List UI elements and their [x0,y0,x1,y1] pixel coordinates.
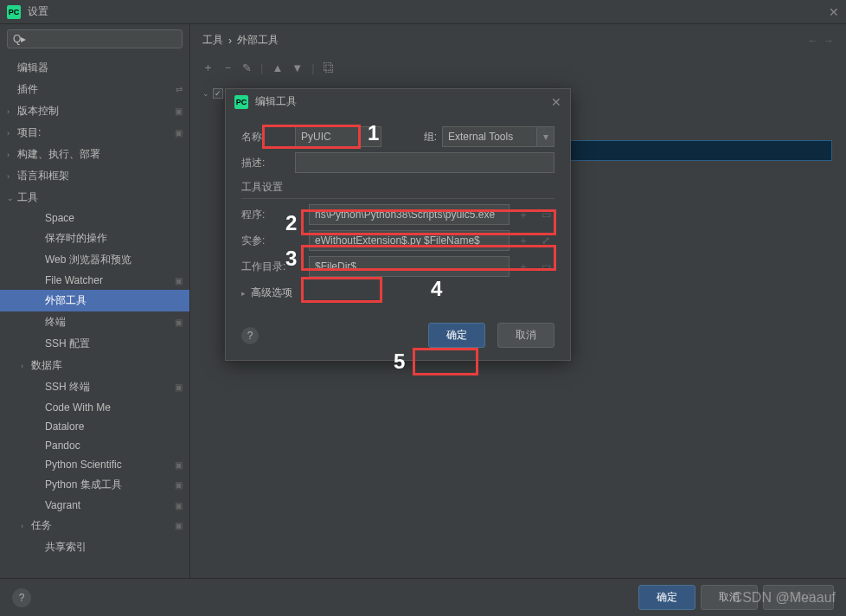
chevron-icon: › [7,151,17,159]
sidebar-item[interactable]: 编辑器 [0,57,189,79]
sidebar-item[interactable]: ›数据库 [0,355,189,376]
sidebar-item[interactable]: Code With Me [0,398,189,417]
program-input[interactable] [309,204,510,225]
chevron-icon: › [7,129,17,138]
ok-button[interactable]: 确定 [638,585,695,610]
copy-button[interactable]: ⿻ [324,61,335,74]
expand-icon[interactable]: ⤢ [537,234,554,247]
dialog-ok-button[interactable]: 确定 [428,323,485,348]
sidebar-item[interactable]: ›版本控制▣ [0,100,189,122]
dialog-logo: PC [234,95,248,109]
sidebar-item[interactable]: Python 集成工具▣ [0,474,189,496]
workdir-input[interactable] [309,256,510,277]
sidebar-item[interactable]: Pandoc [0,436,189,455]
sidebar-item-label: 共享索引 [45,540,183,555]
args-input[interactable] [309,230,510,251]
sidebar-item-label: 任务 [31,518,175,533]
browse-icon[interactable]: ▭ [537,260,554,273]
dialog-title: 编辑工具 [255,94,297,109]
sidebar-item[interactable]: 终端▣ [0,311,189,333]
forward-icon[interactable]: → [824,35,834,47]
edit-tool-dialog: PC 编辑工具 ✕ 名称: 组: ▾ 描述: 工具设置 程序: ＋ ▭ 实参: [225,88,571,361]
sidebar-item[interactable]: 外部工具 [0,290,189,311]
sidebar-item[interactable]: ›构建、执行、部署 [0,144,189,165]
help-icon[interactable]: ? [12,588,31,607]
scope-icon: ▣ [175,106,183,116]
desc-label: 描述: [241,156,290,170]
sidebar-item[interactable]: Datalore [0,417,189,436]
sidebar-item-label: Pandoc [45,440,183,452]
sidebar-item[interactable]: ›项目:▣ [0,122,189,144]
scope-icon: ▣ [175,276,183,286]
sidebar-item-label: Web 浏览器和预览 [45,253,183,267]
chevron-down-icon[interactable]: ▾ [537,126,554,147]
expand-arrow-icon[interactable]: ⌄ [202,89,209,98]
scope-icon: ▣ [175,501,183,510]
sidebar-item[interactable]: 保存时的操作 [0,228,189,249]
sidebar-item[interactable]: 共享索引 [0,536,189,558]
args-label: 实参: [241,234,304,248]
sidebar-item[interactable]: ›语言和框架 [0,165,189,187]
sidebar-item[interactable]: ›任务▣ [0,515,189,536]
edit-button[interactable]: ✎ [242,61,252,74]
chevron-icon: › [21,362,31,370]
program-label: 程序: [241,208,304,222]
footer: ? 确定 取消 应用(A) [0,578,846,616]
sidebar-item-label: File Watcher [45,274,175,286]
toolbar: ＋ － ✎ | ▲ ▼ | ⿻ [190,56,846,79]
sidebar-item[interactable]: SSH 终端▣ [0,376,189,398]
advanced-options-toggle[interactable]: 高级选项 [251,286,292,300]
sidebar-item-label: Datalore [45,420,183,433]
sidebar-item[interactable]: Python Scientific▣ [0,455,189,474]
search-input[interactable] [7,29,183,48]
chevron-icon: › [7,172,17,181]
move-down-button[interactable]: ▼ [292,61,303,74]
insert-macro-icon[interactable]: ＋ [515,208,532,222]
sidebar-item[interactable]: 插件⇄ [0,79,189,100]
remove-button[interactable]: － [222,60,234,75]
sidebar-item[interactable]: Web 浏览器和预览 [0,249,189,271]
close-icon[interactable]: ✕ [829,5,839,19]
insert-macro-icon[interactable]: ＋ [515,260,532,274]
desc-input[interactable] [295,152,554,173]
dialog-cancel-button[interactable]: 取消 [497,323,554,348]
chevron-icon: ⌄ [7,194,17,202]
breadcrumb-current: 外部工具 [237,33,279,48]
name-input[interactable] [295,126,381,147]
dialog-help-icon[interactable]: ? [241,327,259,344]
back-icon[interactable]: ← [808,35,818,47]
scope-icon: ▣ [175,382,183,392]
sidebar-item-label: Python 集成工具 [45,478,175,492]
scope-icon: ▣ [175,460,183,470]
group-checkbox[interactable]: ✓ [213,88,223,99]
sidebar-item-label: 终端 [45,315,175,330]
sidebar-item-label: 外部工具 [45,293,183,308]
move-up-button[interactable]: ▲ [272,61,283,74]
workdir-label: 工作目录: [241,260,304,274]
sidebar-item-label: 插件 [17,82,176,97]
group-combo[interactable] [442,126,537,147]
sidebar-item-label: 数据库 [31,358,183,373]
sidebar-item[interactable]: ⌄工具 [0,187,189,209]
add-button[interactable]: ＋ [202,60,214,75]
sidebar-item[interactable]: File Watcher▣ [0,271,189,290]
browse-icon[interactable]: ▭ [537,209,554,221]
sidebar-item-label: 构建、执行、部署 [17,147,183,162]
sidebar-item-label: Python Scientific [45,459,175,471]
breadcrumb-parent[interactable]: 工具 [202,33,223,48]
chevron-icon: › [7,107,17,116]
sidebar-item[interactable]: SSH 配置 [0,333,189,355]
scope-icon: ▣ [175,480,183,490]
sidebar-item-label: 编辑器 [17,61,183,75]
sidebar-item-label: SSH 终端 [45,380,175,395]
sidebar-item[interactable]: Vagrant▣ [0,496,189,515]
chevron-right-icon: › [228,35,232,47]
dialog-close-icon[interactable]: ✕ [551,95,561,109]
chevron-icon: › [21,522,31,530]
insert-macro-icon[interactable]: ＋ [515,234,532,248]
titlebar: PC 设置 ✕ [0,0,846,24]
scope-icon: ⇄ [176,85,183,94]
sidebar-item[interactable]: Space [0,209,189,228]
sidebar-item-label: 项目: [17,125,175,140]
scope-icon: ▣ [175,318,183,327]
